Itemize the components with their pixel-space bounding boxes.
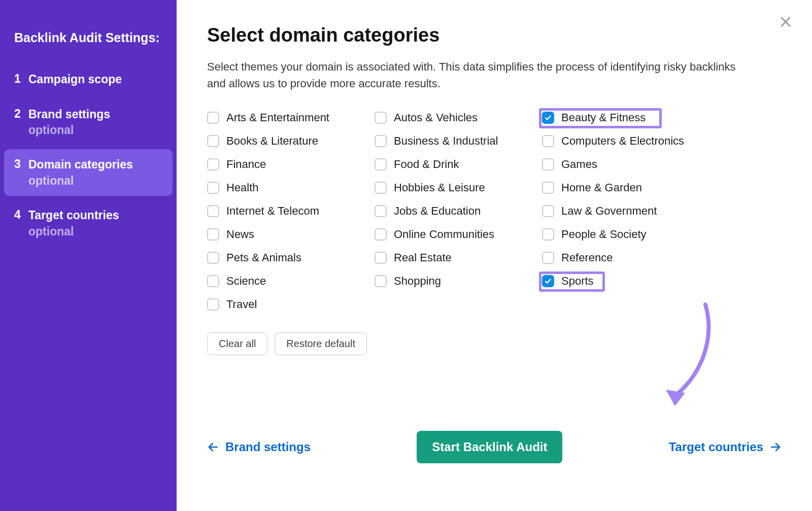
category-item[interactable]: Travel [207, 298, 369, 311]
svg-marker-4 [666, 390, 685, 406]
category-checkbox[interactable] [375, 158, 387, 171]
category-item[interactable]: Jobs & Education [375, 205, 537, 218]
category-checkbox[interactable] [375, 252, 387, 264]
main-panel: Select domain categories Select themes y… [177, 0, 812, 511]
category-label: Health [226, 181, 259, 194]
category-item[interactable]: News [207, 228, 369, 241]
step-number: 1 [14, 72, 28, 86]
category-checkbox[interactable] [542, 228, 554, 241]
category-label: Computers & Electronics [561, 134, 684, 148]
category-label: Business & Industrial [394, 134, 498, 148]
back-label: Brand settings [225, 440, 311, 454]
arrow-left-icon [207, 441, 219, 453]
category-checkbox[interactable] [542, 158, 554, 171]
category-label: News [226, 228, 254, 241]
restore-default-button[interactable]: Restore default [275, 332, 367, 355]
category-label: Autos & Vehicles [394, 111, 478, 124]
category-item[interactable]: Hobbies & Leisure [375, 181, 537, 194]
category-item[interactable]: Pets & Animals [207, 251, 369, 264]
category-checkbox[interactable] [542, 252, 554, 264]
category-item[interactable]: Science [207, 275, 369, 288]
category-item[interactable]: Books & Literature [207, 134, 369, 148]
category-item[interactable]: Shopping [375, 275, 537, 288]
category-item[interactable]: Games [542, 158, 704, 171]
action-row: Clear all Restore default [207, 332, 782, 355]
category-checkbox[interactable] [207, 158, 219, 171]
wizard-step-2[interactable]: 2Brand settingsoptional [4, 99, 173, 146]
step-sublabel: optional [28, 123, 162, 137]
sidebar-title: Backlink Audit Settings: [12, 29, 164, 47]
category-checkbox[interactable] [375, 205, 387, 217]
step-label: Target countries [28, 208, 162, 223]
step-label: Domain categories [28, 157, 162, 172]
category-checkbox[interactable] [375, 228, 387, 241]
category-label: Law & Government [561, 205, 657, 218]
category-checkbox[interactable] [207, 205, 219, 217]
category-item[interactable]: Reference [542, 251, 704, 264]
category-item[interactable]: Internet & Telecom [207, 205, 369, 218]
category-item[interactable]: Business & Industrial [375, 134, 537, 148]
category-checkbox[interactable] [542, 112, 554, 124]
step-sublabel: optional [28, 225, 162, 239]
category-checkbox[interactable] [375, 112, 387, 124]
annotation-arrow-icon [660, 299, 721, 411]
settings-sidebar: Backlink Audit Settings: 1Campaign scope… [0, 0, 177, 511]
step-label: Campaign scope [28, 72, 162, 87]
category-item[interactable]: Online Communities [375, 228, 537, 241]
category-label: Science [226, 275, 266, 288]
category-item[interactable]: Law & Government [542, 205, 704, 218]
category-item[interactable]: Sports [542, 275, 704, 288]
category-item[interactable]: Computers & Electronics [542, 134, 704, 148]
back-brand-settings-link[interactable]: Brand settings [207, 440, 311, 454]
category-checkbox[interactable] [207, 112, 219, 124]
arrow-right-icon [769, 441, 782, 453]
category-label: Pets & Animals [226, 251, 301, 264]
category-label: Arts & Entertainment [226, 111, 329, 124]
category-item[interactable]: Arts & Entertainment [207, 111, 369, 124]
category-checkbox[interactable] [207, 298, 219, 311]
step-label: Brand settings [28, 107, 162, 122]
category-checkbox[interactable] [375, 182, 387, 194]
category-checkbox[interactable] [207, 182, 219, 194]
category-label: Finance [226, 158, 266, 171]
wizard-footer: Brand settings Start Backlink Audit Targ… [207, 431, 782, 463]
category-label: Home & Garden [561, 181, 642, 194]
next-target-countries-link[interactable]: Target countries [669, 440, 782, 454]
category-checkbox[interactable] [542, 135, 554, 147]
category-label: Travel [226, 298, 257, 311]
page-description: Select themes your domain is associated … [207, 58, 745, 92]
category-checkbox[interactable] [375, 135, 387, 147]
page-title: Select domain categories [207, 24, 782, 46]
category-checkbox[interactable] [207, 135, 219, 147]
category-label: Reference [561, 251, 613, 264]
next-label: Target countries [669, 440, 763, 454]
close-button[interactable] [775, 12, 796, 32]
category-checkbox[interactable] [207, 252, 219, 264]
category-label: Online Communities [394, 228, 494, 241]
category-checkbox[interactable] [542, 182, 554, 194]
start-audit-button[interactable]: Start Backlink Audit [417, 431, 562, 463]
category-item[interactable]: Food & Drink [375, 158, 537, 171]
category-item[interactable]: Autos & Vehicles [375, 111, 537, 124]
step-sublabel: optional [28, 174, 162, 188]
category-checkbox[interactable] [375, 275, 387, 287]
category-checkbox[interactable] [542, 275, 554, 287]
category-label: People & Society [561, 228, 647, 241]
category-checkbox[interactable] [207, 228, 219, 241]
category-label: Sports [561, 275, 594, 288]
wizard-step-1[interactable]: 1Campaign scope [4, 64, 173, 95]
category-label: Hobbies & Leisure [394, 181, 485, 194]
category-label: Shopping [394, 275, 441, 288]
category-checkbox[interactable] [542, 205, 554, 217]
wizard-step-4[interactable]: 4Target countriesoptional [4, 200, 173, 247]
category-item[interactable]: Beauty & Fitness [542, 111, 704, 124]
wizard-step-3[interactable]: 3Domain categoriesoptional [4, 149, 173, 196]
category-item[interactable]: Home & Garden [542, 181, 704, 194]
category-item[interactable]: Real Estate [375, 251, 537, 264]
clear-all-button[interactable]: Clear all [207, 332, 267, 355]
category-checkbox[interactable] [207, 275, 219, 287]
category-item[interactable]: People & Society [542, 228, 704, 241]
category-label: Books & Literature [226, 134, 318, 148]
category-item[interactable]: Health [207, 181, 369, 194]
category-item[interactable]: Finance [207, 158, 369, 171]
